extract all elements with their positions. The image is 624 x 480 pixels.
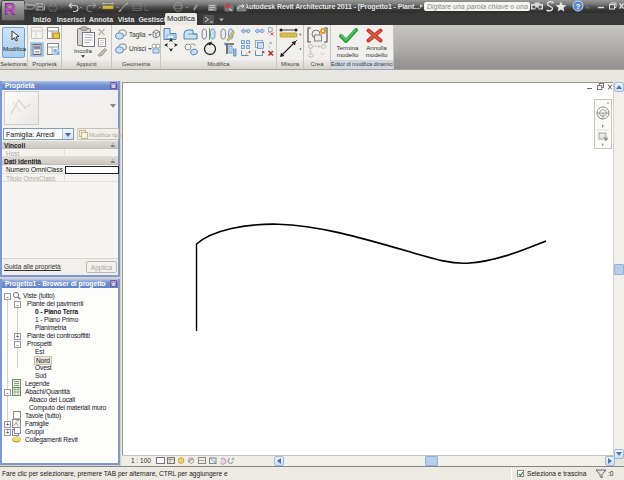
svg-text:R: R — [5, 1, 16, 17]
svg-text:?: ? — [576, 2, 581, 11]
